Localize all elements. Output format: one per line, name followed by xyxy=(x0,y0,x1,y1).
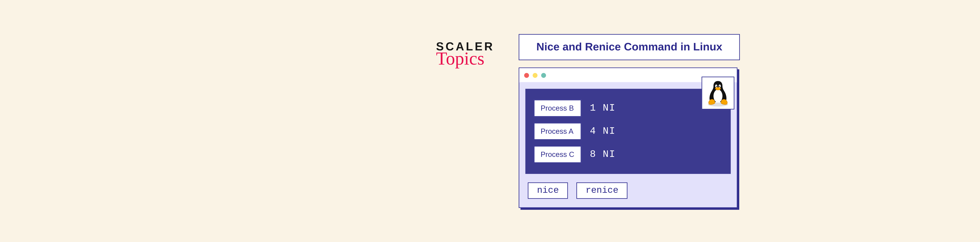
scaler-topics-logo: SCALER Topics xyxy=(436,40,495,66)
nice-value: 1 NI xyxy=(590,103,616,114)
title-box: Nice and Renice Command in Linux xyxy=(519,34,740,60)
maximize-icon xyxy=(541,73,546,78)
commands-row: nice renice xyxy=(519,174,737,207)
process-row: Process A 4 NI xyxy=(534,123,722,140)
process-pane: Process B 1 NI Process A 4 NI Process C … xyxy=(525,89,731,174)
svg-point-5 xyxy=(719,86,720,87)
renice-command-box: renice xyxy=(576,182,627,199)
process-label: Process B xyxy=(534,100,581,117)
page-title: Nice and Renice Command in Linux xyxy=(536,41,722,53)
process-row: Process B 1 NI xyxy=(534,100,722,117)
close-icon xyxy=(524,73,529,78)
svg-point-1 xyxy=(714,90,723,103)
nice-command-box: nice xyxy=(528,182,568,199)
tux-icon xyxy=(702,77,734,110)
process-row: Process C 8 NI xyxy=(534,146,722,163)
nice-value: 8 NI xyxy=(590,149,616,160)
minimize-icon xyxy=(533,73,538,78)
terminal-window: Process B 1 NI Process A 4 NI Process C … xyxy=(519,67,738,208)
svg-point-4 xyxy=(716,86,717,87)
process-label: Process C xyxy=(534,146,581,163)
process-label: Process A xyxy=(534,123,581,140)
nice-value: 4 NI xyxy=(590,126,616,137)
